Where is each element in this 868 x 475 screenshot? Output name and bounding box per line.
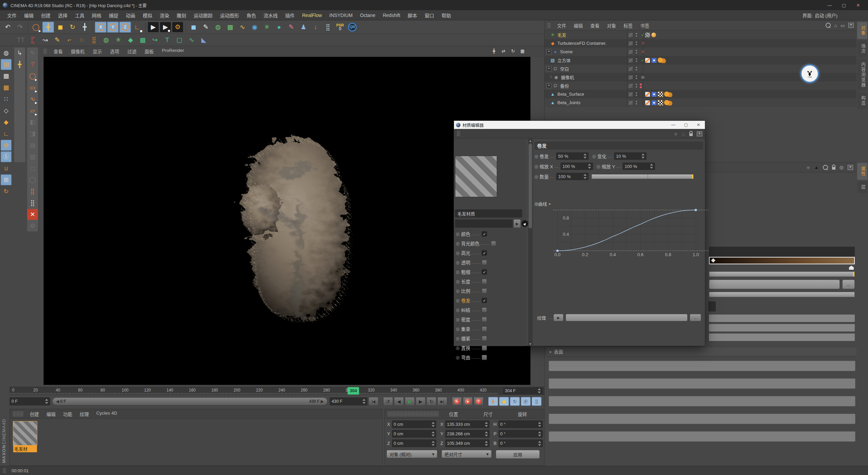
- loop-button[interactable]: ↻: [427, 397, 436, 406]
- spline-curve-editor[interactable]: 0.40.80.00.20.40.60.81.0: [553, 207, 713, 261]
- object-name[interactable]: 摄像机: [561, 74, 574, 80]
- channel-row-比例[interactable]: ◎比例: [454, 286, 524, 296]
- menu-item-编辑[interactable]: 编辑: [570, 22, 587, 29]
- frame-backward-button[interactable]: ◀: [394, 397, 404, 406]
- channel-checkbox[interactable]: [491, 241, 496, 246]
- content-browser-globe[interactable]: ◍: [1, 48, 12, 58]
- menu-item-渲染[interactable]: 渲染: [156, 12, 173, 19]
- animation-dot-icon[interactable]: ◎: [456, 345, 461, 350]
- am-cursor-icon[interactable]: ▲: [814, 165, 819, 170]
- tab-对象[interactable]: 对象: [857, 22, 867, 39]
- minimize-button[interactable]: —: [823, 0, 837, 10]
- material-preview[interactable]: [455, 156, 497, 197]
- panel-drag-handle[interactable]: [547, 23, 551, 28]
- qr-button[interactable]: QR: [347, 22, 358, 33]
- brush-tag-icon[interactable]: [645, 58, 650, 63]
- soft-body-icon[interactable]: ◍: [100, 35, 112, 45]
- channel-row-纠结[interactable]: ◎纠结: [454, 305, 524, 315]
- lock-z-axis[interactable]: Z: [119, 22, 131, 33]
- spinner-control[interactable]: [432, 432, 435, 436]
- psr-button[interactable]: PSR0: [334, 22, 346, 33]
- attribute-bar-5[interactable]: [549, 431, 855, 442]
- channel-row-弯曲[interactable]: ◎弯曲: [454, 353, 524, 362]
- key-pla-button[interactable]: ⣿: [532, 397, 541, 406]
- object-name[interactable]: Beta_Surface: [557, 92, 584, 97]
- search-icon[interactable]: [826, 23, 831, 28]
- am-target-icon[interactable]: ◎: [840, 165, 844, 170]
- animation-dot-icon[interactable]: ◎: [534, 201, 538, 206]
- channel-checkbox[interactable]: [482, 336, 487, 341]
- menu-item-工具[interactable]: 工具: [71, 12, 88, 19]
- spinner-control[interactable]: [432, 441, 435, 446]
- timeline-range-slider[interactable]: ◀ 0 F 430 F ▶: [52, 397, 328, 405]
- channel-checkbox[interactable]: ✓: [482, 298, 487, 303]
- layer-box-icon[interactable]: [628, 58, 633, 63]
- corner-points-icon[interactable]: ⌐: [64, 35, 75, 45]
- channel-checkbox[interactable]: ✓: [482, 250, 487, 255]
- menu-item-角色[interactable]: 角色: [243, 12, 260, 19]
- menu-item-cycles-4d[interactable]: Cycles 4D: [93, 411, 121, 417]
- orange-balls-tag-icon[interactable]: [658, 58, 666, 63]
- menu-item-选项[interactable]: 选项: [106, 48, 123, 55]
- brush-tag-icon[interactable]: [645, 92, 650, 97]
- menu-item-octane[interactable]: Octane: [356, 13, 379, 18]
- layer-box-icon[interactable]: [628, 50, 633, 54]
- lock-x-axis[interactable]: X: [95, 22, 106, 33]
- material-name-label[interactable]: 毛发材: [13, 445, 37, 452]
- binding-tag-icon[interactable]: [651, 58, 657, 63]
- visibility-dots[interactable]: [635, 84, 638, 88]
- object-name[interactable]: 备份: [560, 82, 569, 89]
- size-mode-dropdown[interactable]: 绝对尺寸▾: [441, 450, 492, 458]
- dialog-drag-handle[interactable]: [457, 131, 460, 136]
- attribute-row-2[interactable]: [709, 324, 855, 331]
- keyframe-help-button[interactable]: ?: [474, 397, 484, 406]
- channel-row-粗细[interactable]: ◎粗细✓: [454, 267, 524, 277]
- tab-内容浏览器[interactable]: 内容浏览器: [857, 59, 867, 91]
- view-zoom-icon[interactable]: ⇄: [499, 48, 508, 55]
- menu-item-对象[interactable]: 对象: [603, 22, 620, 29]
- texture-mode[interactable]: ▩: [1, 71, 12, 81]
- extrude-tool[interactable]: ◧: [27, 117, 38, 128]
- menu-item-脚本[interactable]: 脚本: [404, 12, 421, 19]
- visibility-dots[interactable]: [635, 67, 638, 71]
- preview-shape-input[interactable]: [455, 220, 513, 228]
- channel-row-集束[interactable]: ◎集束: [454, 324, 524, 334]
- channel-checkbox[interactable]: [482, 326, 487, 331]
- node-material-icon[interactable]: ▶: [521, 220, 528, 227]
- material-name-input[interactable]: 毛发材质: [455, 209, 522, 217]
- circle-selection-tool[interactable]: ◯▶: [27, 71, 38, 81]
- points-grid-white[interactable]: ⣿: [27, 197, 38, 208]
- animation-dot-icon[interactable]: ◎: [592, 154, 596, 159]
- attribute-texture-field[interactable]: [709, 280, 840, 289]
- rotation-field-H[interactable]: 0 °: [498, 420, 543, 428]
- arc-edit-icon[interactable]: ↝: [39, 35, 51, 45]
- layer-box-icon[interactable]: [628, 33, 633, 37]
- range-end-spinner[interactable]: [362, 399, 366, 404]
- size-field-X[interactable]: 135.333 cm: [445, 420, 490, 428]
- checker-tag-icon[interactable]: [658, 92, 663, 97]
- scrollbar-thumb[interactable]: [529, 144, 532, 228]
- inner-extrude-tool[interactable]: ◨: [27, 128, 38, 139]
- points-mode[interactable]: ∷: [1, 94, 12, 104]
- animation-dot-icon[interactable]: ◎: [456, 269, 461, 274]
- tab-层[interactable]: 层: [857, 181, 867, 193]
- menu-item-流水线[interactable]: 流水线: [260, 12, 281, 19]
- attribute-bar-1[interactable]: [549, 361, 855, 371]
- lock-y-axis[interactable]: Y: [107, 22, 119, 33]
- spinner-control[interactable]: [584, 174, 587, 179]
- menu-item-创建[interactable]: 创建: [26, 411, 43, 417]
- view-toggle-icon[interactable]: ▦: [518, 48, 527, 55]
- menu-item-过滤[interactable]: 过滤: [123, 48, 141, 55]
- object-name[interactable]: Scene: [560, 49, 573, 54]
- menu-item-雕刻[interactable]: 雕刻: [173, 12, 190, 19]
- animation-dot-icon[interactable]: ◎: [456, 326, 461, 331]
- animation-dot-icon[interactable]: ◎: [456, 336, 461, 341]
- channel-row-长度[interactable]: ◎长度: [454, 277, 524, 286]
- dialog-close-button[interactable]: ✕: [697, 122, 700, 127]
- material-thumbnail[interactable]: [13, 421, 37, 445]
- workplane-mode[interactable]: ▦: [1, 82, 12, 93]
- axis-mode[interactable]: ∟: [1, 128, 12, 139]
- layer-box-icon[interactable]: [628, 66, 633, 71]
- animation-dot-icon[interactable]: ◎: [456, 250, 461, 255]
- play-button[interactable]: ▶: [405, 397, 415, 406]
